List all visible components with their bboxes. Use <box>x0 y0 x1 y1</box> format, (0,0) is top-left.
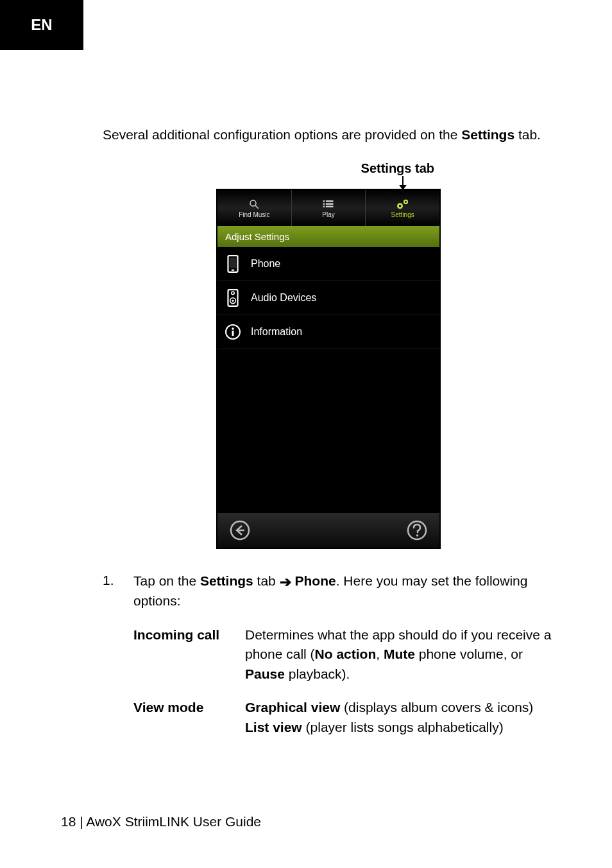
language-tab: EN <box>0 0 83 50</box>
tab-play[interactable]: Play <box>292 190 366 226</box>
svg-rect-4 <box>323 203 325 205</box>
step-1-marker: 1. <box>103 571 122 611</box>
list-item-audio-devices-label: Audio Devices <box>251 292 316 304</box>
option-incoming-call-desc: Determines what the app should do if you… <box>245 625 554 684</box>
figure: Settings tab Find Music <box>103 161 554 549</box>
tab-find-music-label: Find Music <box>239 211 269 218</box>
page-footer: 18 | AwoX StriimLINK User Guide <box>61 814 261 829</box>
step-1-t1: Tap on the <box>133 573 200 588</box>
page-number: 18 <box>61 814 76 829</box>
back-button[interactable] <box>229 519 251 541</box>
gears-icon <box>396 198 410 210</box>
svg-point-9 <box>398 205 401 207</box>
svg-point-11 <box>405 201 407 203</box>
step-1-b1: Settings <box>200 573 253 588</box>
option-view-mode-label: View mode <box>133 698 230 737</box>
intro-text-post: tab. <box>514 127 541 142</box>
step-1-text: Tap on the Settings tab ➔ Phone. Here yo… <box>133 571 554 611</box>
footer-sep: | <box>76 814 86 829</box>
r1-b2: Mute <box>384 647 415 661</box>
speaker-icon <box>224 289 242 307</box>
info-icon <box>224 323 242 341</box>
svg-point-16 <box>232 292 234 295</box>
right-arrow-icon: ➔ <box>280 572 291 593</box>
footer-title: AwoX StriimLINK User Guide <box>86 814 261 829</box>
tab-settings-label: Settings <box>391 211 414 218</box>
step-1-b2: Phone <box>294 573 336 588</box>
r2-v2: (player lists songs alphabetically) <box>302 720 504 734</box>
r1-v2: , <box>376 647 384 661</box>
bottom-toolbar <box>217 513 439 548</box>
phone-icon <box>224 255 242 273</box>
callout-label: Settings tab <box>361 161 434 176</box>
svg-rect-21 <box>232 331 234 336</box>
r1-b1: No action <box>315 647 377 661</box>
svg-line-1 <box>256 205 259 209</box>
svg-rect-5 <box>326 203 334 205</box>
options-table: Incoming call Determines what the app sh… <box>133 625 554 737</box>
list-item-phone[interactable]: Phone <box>217 247 439 281</box>
r1-b3: Pause <box>245 666 285 681</box>
playlist-icon <box>321 198 336 210</box>
help-button[interactable] <box>406 519 428 541</box>
svg-rect-13 <box>230 258 237 268</box>
intro-text-pre: Several additional configuration options… <box>103 127 461 142</box>
step-1-t2: tab <box>253 573 280 588</box>
svg-rect-6 <box>323 205 325 207</box>
search-icon <box>247 198 261 210</box>
svg-point-20 <box>232 328 234 331</box>
svg-point-25 <box>416 535 419 537</box>
svg-point-0 <box>250 200 256 206</box>
tab-play-label: Play <box>322 211 334 218</box>
list-item-phone-label: Phone <box>251 258 280 270</box>
section-header-label: Adjust Settings <box>225 231 289 242</box>
r2-b1: Graphical view <box>245 700 340 715</box>
callout-arrow <box>216 176 441 189</box>
tab-bar: Find Music Play <box>217 190 439 226</box>
list-item-audio-devices[interactable]: Audio Devices <box>217 281 439 315</box>
tab-find-music[interactable]: Find Music <box>217 190 292 226</box>
app-screenshot: Find Music Play <box>216 189 441 549</box>
option-incoming-call: Incoming call Determines what the app sh… <box>133 625 554 684</box>
intro-bold: Settings <box>461 127 514 142</box>
option-incoming-call-label: Incoming call <box>133 625 230 684</box>
svg-rect-3 <box>326 200 334 202</box>
list-item-information-label: Information <box>251 326 302 338</box>
tab-settings[interactable]: Settings <box>366 190 439 226</box>
section-header: Adjust Settings <box>217 226 439 247</box>
svg-rect-2 <box>323 200 325 202</box>
language-tab-label: EN <box>31 16 52 34</box>
svg-point-18 <box>232 300 234 302</box>
option-view-mode: View mode Graphical view (displays album… <box>133 698 554 737</box>
r1-v3: phone volume, or <box>415 647 523 661</box>
intro-paragraph: Several additional configuration options… <box>103 125 554 144</box>
r1-v4: playback). <box>285 666 350 681</box>
r2-v1: (displays album covers & icons) <box>340 700 533 715</box>
svg-rect-7 <box>326 205 334 207</box>
list-item-information[interactable]: Information <box>217 315 439 349</box>
screenshot-empty-area <box>217 349 439 513</box>
r2-b2: List view <box>245 720 302 734</box>
svg-rect-14 <box>232 270 234 271</box>
option-view-mode-desc: Graphical view (displays album covers & … <box>245 698 554 737</box>
step-1: 1. Tap on the Settings tab ➔ Phone. Here… <box>103 571 554 611</box>
